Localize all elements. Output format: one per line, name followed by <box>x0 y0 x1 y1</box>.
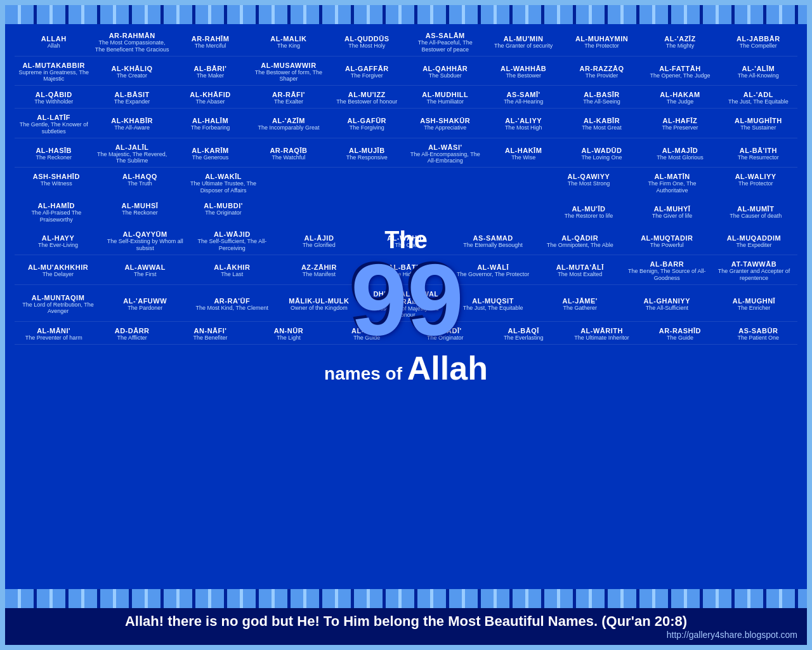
english-meaning: The Resurrector <box>721 154 796 161</box>
english-meaning: The Wise <box>486 154 560 161</box>
english-meaning: The Self-Sufficient, The All-Perceiving <box>190 238 273 252</box>
name-item: AL-MU'AKHKHIRThe Delayer <box>15 262 102 279</box>
name-item: AL-WĀSI'The All-Encompassing, The All-Em… <box>406 142 484 166</box>
arabic-name: AL-WALIYY <box>716 173 796 180</box>
name-item: AD-DĀRRThe Afflicter <box>93 326 171 343</box>
arabic-name: AL-KARĪM <box>173 147 247 154</box>
name-item: AL-WAHHĀBThe Bestower <box>484 63 562 81</box>
english-meaning: The Most Exalted <box>539 271 622 278</box>
name-item: AS-SABŪRThe Patient One <box>719 326 797 343</box>
english-meaning: Allah <box>16 43 91 50</box>
name-item: AL-HAMĪDThe All-Praised The Praiseworthy <box>15 201 98 225</box>
name-item: AL-JALĪLThe Majestic, The Revered, The S… <box>93 142 171 166</box>
arabic-name: AL-ĀJID <box>277 234 360 242</box>
arabic-name: AD-DĀRR <box>95 327 169 335</box>
english-meaning: The Benign, The Source of All-Goodness <box>625 268 709 282</box>
name-item: AL-HAQQThe Truth <box>98 171 182 196</box>
english-meaning: The Bestower of honour <box>330 98 404 105</box>
row-11: AL-MĀNI'The Preventer of harmAD-DĀRRThe … <box>15 324 797 345</box>
arabic-name: AL-QĀBID <box>16 91 91 98</box>
name-item: AL-KARĪMThe Generous <box>171 145 249 162</box>
name-item: AL-JĀME'The Gatherer <box>537 296 624 313</box>
name-item: AL-MUSAWWIRThe Bestower of form, The Sha… <box>249 60 327 84</box>
arabic-name: AS-SALĀM <box>408 32 482 39</box>
english-meaning: The Witness <box>16 180 96 187</box>
english-meaning: Supreme in Greatness, The Majestic <box>16 69 91 83</box>
name-item: AL-WĀRITHThe Ultimate Inheritor <box>563 326 641 343</box>
arabic-name: AL-'AZĪZ <box>643 35 717 43</box>
english-meaning: The Firm One, The Authoritative <box>632 180 712 194</box>
name-item: AL-BĀQĪThe Everlasting <box>484 326 562 343</box>
row-5: AL-HASĪBThe ReckonerAL-JALĪLThe Majestic… <box>15 141 797 168</box>
arabic-name: AL-MUQADDIM <box>712 234 796 242</box>
name-item: AR-RAHĪMThe Merciful <box>171 34 249 51</box>
english-meaning: The All-Sufficient <box>625 305 709 312</box>
name-item: AL-WĀHIDThe One <box>362 233 449 250</box>
english-meaning: The Creator <box>95 72 169 79</box>
arabic-name: AL-QAHHĀR <box>408 65 482 72</box>
english-meaning: The Light <box>251 335 325 342</box>
name-item: AL-QUDDŪSThe Most Holy <box>328 34 406 51</box>
name-item: AL-ĀKHIRThe Last <box>188 262 275 279</box>
arabic-name: AL-FATTĀH <box>643 65 717 72</box>
arabic-name: AL-GAFŪR <box>330 117 404 124</box>
name-item: AS-SALĀMThe All-Peaceful, The Bestower o… <box>406 30 484 55</box>
arabic-name: AR-RAHMĀN <box>95 32 169 39</box>
arabic-name: AL-MUDHILL <box>408 91 482 98</box>
main-container: ALLAHAllahAR-RAHMĀNThe Most Compassionat… <box>0 0 812 650</box>
name-item: AL-MU'ĪDThe Restorer to life <box>547 204 631 221</box>
name-item: AL-KHABĪRThe All-Aware <box>93 116 171 133</box>
english-meaning: The Granter and Accepter of repentence <box>712 268 796 282</box>
name-item: ASH-SHAKŪRThe Appreciative <box>406 116 484 133</box>
arabic-name: AL-HAFĪZ <box>643 117 717 124</box>
english-meaning: The Sustainer <box>721 124 796 131</box>
name-item: AL-MUQSITThe Just, The Equitable <box>450 296 537 313</box>
arabic-name: AL-MU'IZZ <box>330 91 404 98</box>
name-item: AL-WĀJIDThe Self-Sufficient, The All-Per… <box>188 229 275 253</box>
arabic-name: AL-GAFFĀR <box>330 65 404 72</box>
name-item: AL-MUHAYMINThe Protector <box>563 34 641 51</box>
english-meaning: The Judge <box>643 98 717 105</box>
arabic-name: ASH-SHAHĪD <box>16 173 96 180</box>
name-item: AL-BADĪ'The Originator <box>406 326 484 343</box>
name-item: AL-MUNTAQIMThe Lord of Retribution, The … <box>15 293 102 317</box>
arabic-name: AL-HASĪB <box>16 147 91 154</box>
name-item: DHUL JALĀL WAL IKRĀMPossessor of Majesty… <box>362 289 449 321</box>
name-item: AL-'ALIYYThe Most High <box>484 116 562 133</box>
name-item: AL-MALIKThe King <box>249 34 327 51</box>
content-area: ALLAHAllahAR-RAHMĀNThe Most Compassionat… <box>5 24 807 589</box>
english-meaning: The Everlasting <box>486 335 560 342</box>
english-meaning: The Truth <box>100 180 180 187</box>
name-item: AL-WADŪDThe Loving One <box>563 145 641 162</box>
name-item: AL-KHĀLIQThe Creator <box>93 63 171 81</box>
arabic-name: AR-RĀFI' <box>251 91 325 98</box>
english-meaning: The Pardoner <box>103 305 187 312</box>
name-item: MĀLIK-UL-MULKOwner of the Kingdom <box>275 296 362 313</box>
arabic-name: AL-MU'AKHKHIR <box>16 263 100 271</box>
arabic-name: AL-MUTAKABBIR <box>16 62 91 69</box>
english-meaning: The Most High <box>486 124 560 131</box>
name-item: AL-GAFŪRThe Forgiving <box>328 116 406 133</box>
english-meaning: The Gentle, The Knower of subtleties <box>16 121 91 135</box>
english-meaning: The All-Knowing <box>721 72 796 79</box>
name-item: AR-RAHMĀNThe Most Compassionate, The Ben… <box>93 30 171 55</box>
arabic-name: AL-MĀNI' <box>16 327 91 335</box>
name-item: AN-NĀFI'The Benefiter <box>171 326 249 343</box>
arabic-name: AL-HAQQ <box>100 173 180 180</box>
english-meaning: The Loving One <box>565 154 639 161</box>
english-meaning: The Incomparably Great <box>251 124 325 131</box>
english-meaning: The King <box>251 43 325 50</box>
arabic-name: AL-WADŪD <box>565 147 639 154</box>
english-meaning: Possessor of Majesty and Honour <box>364 305 447 319</box>
english-meaning: The Powerful <box>625 242 709 249</box>
name-item: AL-QAWIYYThe Most Strong <box>547 171 631 196</box>
name-item: AL-GHANIYYThe All-Sufficient <box>624 296 710 313</box>
arabic-name: AL-MUQTADIR <box>625 234 709 242</box>
row-7: AL-HAMĪDThe All-Praised The Praiseworthy… <box>15 199 797 226</box>
english-meaning: The Just, The Equitable <box>721 98 796 105</box>
name-item: AL-MU'MINThe Granter of security <box>484 34 562 51</box>
arabic-name: AL-JABBĀR <box>721 35 796 43</box>
arabic-name: AL-JALĪL <box>95 143 169 151</box>
row-1: ALLAHAllahAR-RAHMĀNThe Most Compassionat… <box>15 29 797 56</box>
arabic-name: AS-SABŪR <box>721 327 796 335</box>
